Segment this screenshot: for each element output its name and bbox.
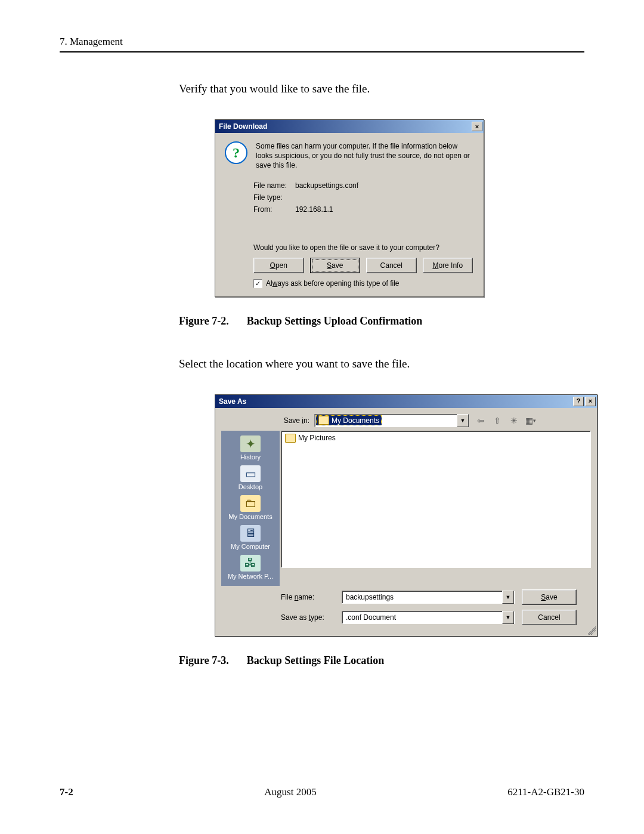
places-history[interactable]: ✦ History (224, 434, 277, 463)
header-rule (60, 51, 584, 52)
places-my-computer[interactable]: 🖥 My Computer (224, 524, 277, 552)
open-save-prompt: Would you like to open the file or save … (253, 243, 473, 252)
always-ask-checkbox[interactable]: ✓ (253, 279, 262, 288)
new-folder-icon[interactable]: ✳ (507, 415, 521, 427)
save-button[interactable]: Save (310, 258, 361, 273)
list-item[interactable]: My Pictures (285, 434, 336, 443)
folder-icon: 🗀 (240, 495, 261, 512)
footer-doc-id: 6211-A2-GB21-30 (507, 786, 584, 798)
page-number: 7-2 (60, 786, 73, 798)
figure-1-caption: Figure 7-2.Backup Settings Upload Confir… (179, 315, 584, 328)
chevron-down-icon[interactable]: ▼ (502, 611, 514, 624)
save-as-type-field[interactable]: .conf Document ▼ (342, 611, 515, 624)
always-ask-label: Always ask before opening this type of f… (266, 279, 399, 288)
resize-grip-icon[interactable] (587, 626, 596, 635)
dialog-title: File Download (219, 122, 267, 131)
history-icon: ✦ (240, 435, 261, 452)
places-my-network[interactable]: 🖧 My Network P... (224, 554, 277, 582)
figure-2-caption: Figure 7-3.Backup Settings File Location (179, 654, 584, 667)
up-folder-icon[interactable]: ⇧ (491, 415, 504, 427)
save-in-label: Save in: (275, 416, 309, 425)
file-name-field[interactable]: backupsettings ▼ (342, 591, 515, 604)
desktop-icon: ▭ (240, 465, 261, 482)
page-footer: 7-2 August 2005 6211-A2-GB21-30 (60, 786, 584, 798)
file-name-label: File name: (281, 593, 335, 601)
chevron-down-icon[interactable]: ▼ (457, 414, 469, 427)
close-icon[interactable]: × (585, 397, 596, 406)
folder-icon (318, 416, 329, 425)
footer-date: August 2005 (264, 786, 316, 798)
from-label: From: (253, 205, 295, 214)
filetype-label: File type: (253, 193, 295, 202)
save-in-combo[interactable]: My Documents ▼ (314, 414, 469, 427)
close-icon[interactable]: × (472, 122, 482, 131)
folder-icon (285, 434, 296, 443)
dialog-title: Save As (219, 397, 246, 406)
dialog-titlebar: File Download × (215, 120, 484, 133)
paragraph-1: Verify that you would like to save the f… (179, 82, 584, 95)
save-as-type-label: Save as type: (281, 613, 335, 622)
more-info-button[interactable]: More Info (423, 258, 473, 273)
places-bar: ✦ History ▭ Desktop 🗀 My Documents 🖥 My … (221, 431, 280, 586)
computer-icon: 🖥 (240, 525, 261, 542)
filename-label: File name: (253, 181, 295, 190)
cancel-button[interactable]: Cancel (366, 258, 417, 273)
open-button[interactable]: Open (253, 258, 304, 273)
save-as-dialog: Save As ? × Save in: My Documents ▼ ⇦ ⇧ … (215, 394, 597, 637)
paragraph-2: Select the location where you want to sa… (179, 357, 584, 370)
save-button[interactable]: Save (522, 589, 577, 605)
question-icon: ? (225, 141, 247, 164)
running-header: 7. Management (60, 36, 584, 48)
back-icon[interactable]: ⇦ (474, 415, 487, 427)
places-my-documents[interactable]: 🗀 My Documents (224, 494, 277, 523)
filename-value: backupsettings.conf (295, 181, 358, 190)
dialog-titlebar: Save As ? × (215, 395, 597, 408)
document-page: 7. Management Verify that you would like… (0, 0, 644, 834)
chevron-down-icon[interactable]: ▼ (502, 591, 514, 604)
cancel-button[interactable]: Cancel (522, 610, 577, 625)
file-download-dialog: File Download × ? Some files can harm yo… (215, 119, 484, 297)
file-list-pane[interactable]: My Pictures (281, 431, 591, 568)
from-value: 192.168.1.1 (295, 205, 333, 214)
places-desktop[interactable]: ▭ Desktop (224, 464, 277, 493)
view-menu-icon[interactable]: ▦▾ (524, 415, 537, 427)
warning-text: Some files can harm your computer. If th… (256, 141, 473, 171)
network-icon: 🖧 (240, 555, 261, 572)
help-icon[interactable]: ? (573, 397, 584, 406)
